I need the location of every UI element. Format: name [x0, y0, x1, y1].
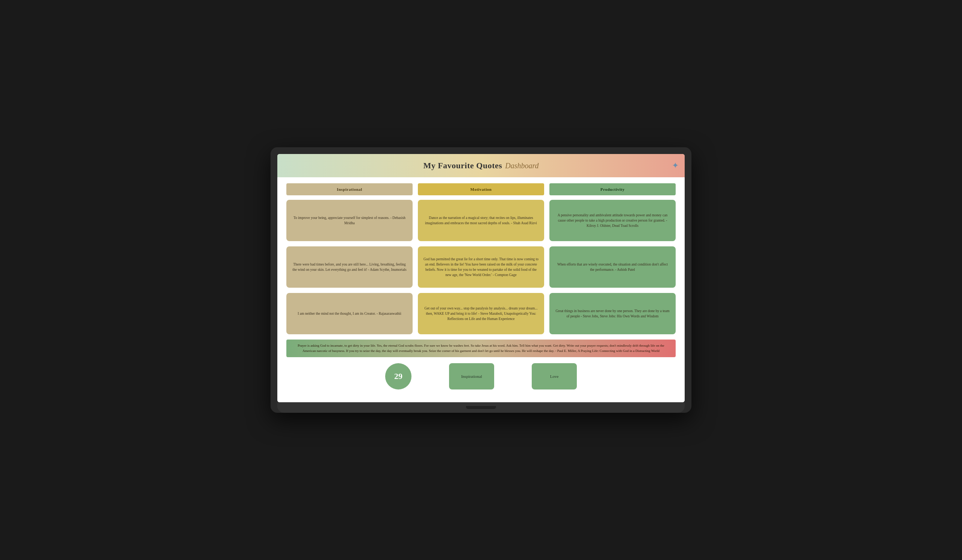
category-inspirational[interactable]: Inspirational: [286, 183, 413, 195]
quote-card[interactable]: To improve your being, appreciate yourse…: [286, 200, 413, 241]
count-badge[interactable]: 29: [385, 363, 412, 389]
page-subtitle: Dashboard: [505, 161, 539, 170]
quote-card[interactable]: Dance as the narration of a magical stor…: [418, 200, 544, 241]
inspirational-button[interactable]: Inspirational: [449, 363, 494, 389]
category-headers: Inspirational Motivation Productivity: [286, 183, 676, 195]
quotes-row-3: I am neither the mind not the thought, I…: [286, 293, 676, 334]
featured-quote: Prayer is asking God to incarnate, to ge…: [286, 340, 676, 357]
quote-card[interactable]: God has permitted the great lie for a sh…: [418, 246, 544, 288]
quotes-row-2: There were bad times before, and you are…: [286, 246, 676, 288]
laptop-notch: [466, 406, 496, 409]
header: My Favourite Quotes Dashboard ✦: [277, 154, 685, 177]
quote-card[interactable]: I am neither the mind not the thought, I…: [286, 293, 413, 334]
quotes-row-1: To improve your being, appreciate yourse…: [286, 200, 676, 241]
love-button[interactable]: Love: [532, 363, 577, 389]
sparkle-icon: ✦: [672, 161, 679, 171]
bottom-row: 29 Inspirational Love: [286, 363, 676, 396]
quote-card[interactable]: Get out of your own way... stop the para…: [418, 293, 544, 334]
category-productivity[interactable]: Productivity: [549, 183, 676, 195]
quote-card[interactable]: There were bad times before, and you are…: [286, 246, 413, 288]
quote-card[interactable]: When efforts that are wisely executed, t…: [549, 246, 676, 288]
quote-card[interactable]: A pensive personality and ambivalent att…: [549, 200, 676, 241]
page-title: My Favourite Quotes: [423, 161, 502, 171]
quote-card[interactable]: Great things in business are never done …: [549, 293, 676, 334]
main-content: Inspirational Motivation Productivity To…: [277, 177, 685, 402]
category-motivation[interactable]: Motivation: [418, 183, 544, 195]
